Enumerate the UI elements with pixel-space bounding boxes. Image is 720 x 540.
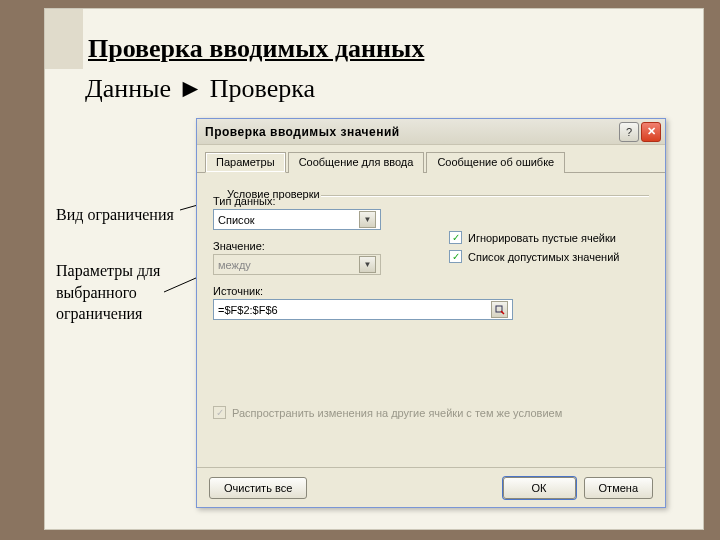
tab-input-message[interactable]: Сообщение для ввода xyxy=(288,152,425,173)
dialog-titlebar: Проверка вводимых значений ? ✕ xyxy=(197,119,665,145)
help-button[interactable]: ? xyxy=(619,122,639,142)
cancel-button[interactable]: Отмена xyxy=(584,477,653,499)
type-select[interactable]: Список ▼ xyxy=(213,209,381,230)
checkbox-label: Список допустимых значений xyxy=(468,251,619,263)
tab-parameters[interactable]: Параметры xyxy=(205,152,286,173)
ok-button[interactable]: ОК xyxy=(503,477,576,499)
slide-accent xyxy=(45,9,83,69)
tab-body: Условие проверки Тип данных: Список ▼ Зн… xyxy=(197,173,665,473)
chevron-down-icon: ▼ xyxy=(359,211,376,228)
slide-breadcrumb: Данные ► Проверка xyxy=(85,74,315,104)
source-label: Источник: xyxy=(213,285,649,297)
checkbox-ignore-blank[interactable]: ✓ Игнорировать пустые ячейки xyxy=(449,231,659,244)
annotation-constraint-type: Вид ограничения xyxy=(56,204,174,226)
options-column: ✓ Игнорировать пустые ячейки ✓ Список до… xyxy=(449,231,659,269)
checkbox-icon: ✓ xyxy=(449,231,462,244)
type-value: Список xyxy=(218,214,255,226)
annotation-constraint-params: Параметры для выбранного ограничения xyxy=(56,260,160,325)
range-picker-icon[interactable] xyxy=(491,301,508,318)
propagate-label: Распространить изменения на другие ячейк… xyxy=(232,407,562,419)
type-label: Тип данных: xyxy=(213,195,649,207)
checkbox-icon: ✓ xyxy=(449,250,462,263)
value-value: между xyxy=(218,259,251,271)
close-button[interactable]: ✕ xyxy=(641,122,661,142)
checkbox-label: Игнорировать пустые ячейки xyxy=(468,232,616,244)
data-validation-dialog: Проверка вводимых значений ? ✕ Параметры… xyxy=(196,118,666,508)
checkbox-icon: ✓ xyxy=(213,406,226,419)
checkbox-in-cell-dropdown[interactable]: ✓ Список допустимых значений xyxy=(449,250,659,263)
chevron-down-icon: ▼ xyxy=(359,256,376,273)
dialog-button-row: Очистить все ОК Отмена xyxy=(197,467,665,507)
tab-strip: Параметры Сообщение для ввода Сообщение … xyxy=(197,145,665,173)
source-input[interactable]: =$F$2:$F$6 xyxy=(213,299,513,320)
validation-condition-group: Условие проверки Тип данных: Список ▼ Зн… xyxy=(213,195,649,320)
clear-all-button[interactable]: Очистить все xyxy=(209,477,307,499)
tab-error-message[interactable]: Сообщение об ошибке xyxy=(426,152,565,173)
value-select: между ▼ xyxy=(213,254,381,275)
dialog-title: Проверка вводимых значений xyxy=(205,125,617,139)
source-value: =$F$2:$F$6 xyxy=(218,304,278,316)
slide-title: Проверка вводимых данных xyxy=(88,34,424,64)
checkbox-propagate: ✓ Распространить изменения на другие яче… xyxy=(213,406,562,419)
